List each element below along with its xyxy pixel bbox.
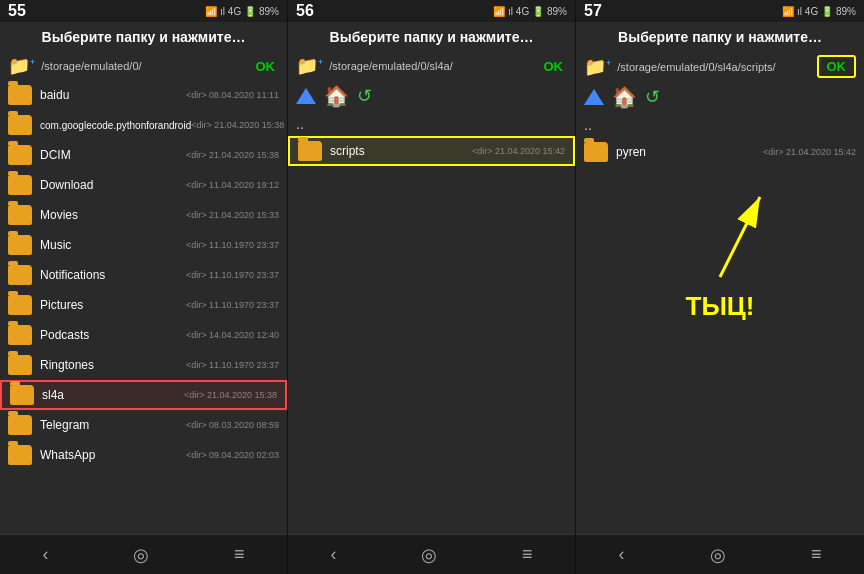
list-item[interactable]: Pictures <dir> 11.10.1970 23:37 <box>0 290 287 320</box>
back-button-1[interactable]: ‹ <box>42 544 48 565</box>
folder-icon <box>8 325 32 345</box>
up-arrow-btn-2[interactable] <box>296 88 316 104</box>
list-item[interactable]: baidu <dir> 08.04.2020 11:11 <box>0 80 287 110</box>
signal-icon-1: 📶 <box>205 6 217 17</box>
new-folder-btn-3[interactable]: 📁+ <box>584 56 611 78</box>
signal-icon-3: 📶 <box>782 6 794 17</box>
annotation-arrow-svg <box>660 187 780 287</box>
folder-name: pyren <box>616 145 763 159</box>
status-bar-1: 55 📶 ıl 4G 🔋 89% <box>0 0 287 22</box>
folder-icon <box>8 115 32 135</box>
folder-icon <box>8 355 32 375</box>
ok-button-1[interactable]: OK <box>252 59 280 74</box>
folder-icon <box>8 415 32 435</box>
folder-name: scripts <box>330 144 472 158</box>
folder-name: Movies <box>40 208 186 222</box>
dotdot-label-2: .. <box>296 116 304 132</box>
path-text-2: /storage/emulated/0/sl4a/ <box>329 60 539 72</box>
battery-icon-3: 🔋 89% <box>821 6 856 17</box>
nav-bar-1: ‹ ◎ ≡ <box>0 534 287 574</box>
folder-icon <box>8 205 32 225</box>
folder-meta: <dir> 11.04.2020 19:12 <box>186 180 279 190</box>
folder-list-2: scripts <dir> 21.04.2020 15:42 <box>288 136 575 534</box>
path-bar-1: 📁+ /storage/emulated/0/ OK <box>0 52 287 80</box>
list-item[interactable]: com.googlecode.pythonforandroid <dir> 21… <box>0 110 287 140</box>
dotdot-item-2[interactable]: .. <box>288 112 575 136</box>
list-item[interactable]: WhatsApp <dir> 09.04.2020 02:03 <box>0 440 287 470</box>
folder-icon <box>8 295 32 315</box>
path-text-3: /storage/emulated/0/sl4a/scripts/ <box>617 61 816 73</box>
folder-name: Notifications <box>40 268 186 282</box>
status-bar-2: 56 📶 ıl 4G 🔋 89% <box>288 0 575 22</box>
folder-icon <box>8 85 32 105</box>
home-icon-btn-3[interactable]: 🏠 <box>612 85 637 109</box>
step-number-2: 56 <box>296 2 314 20</box>
folder-icon <box>8 235 32 255</box>
folder-name: Pictures <box>40 298 186 312</box>
home-button-2[interactable]: ◎ <box>421 544 437 566</box>
lte-label-1: ıl 4G <box>220 6 241 17</box>
annotation-text: ТЫЦ! <box>586 291 854 322</box>
status-icons-1: 📶 ıl 4G 🔋 89% <box>205 6 279 17</box>
back-button-2[interactable]: ‹ <box>330 544 336 565</box>
folder-name: Ringtones <box>40 358 186 372</box>
dotdot-label-3: .. <box>584 117 592 133</box>
new-folder-btn-1[interactable]: 📁+ <box>8 55 35 77</box>
folder-name: sl4a <box>42 388 184 402</box>
header-title-2: Выберите папку и нажмите… <box>330 29 534 45</box>
svg-line-1 <box>720 197 760 277</box>
annotation-container: ТЫЦ! <box>576 167 864 342</box>
folder-meta: <dir> 21.04.2020 15:42 <box>472 146 565 156</box>
folder-name: Telegram <box>40 418 186 432</box>
folder-list-1: baidu <dir> 08.04.2020 11:11 com.googlec… <box>0 80 287 534</box>
folder-icon <box>8 175 32 195</box>
folder-meta: <dir> 11.10.1970 23:37 <box>186 240 279 250</box>
phone-panel-2: 56 📶 ıl 4G 🔋 89% Выберите папку и нажмит… <box>288 0 576 574</box>
menu-button-1[interactable]: ≡ <box>234 544 245 565</box>
folder-meta: <dir> 11.10.1970 23:37 <box>186 360 279 370</box>
folder-name: Download <box>40 178 186 192</box>
list-item[interactable]: Telegram <dir> 08.03.2020 08:59 <box>0 410 287 440</box>
header-title-3: Выберите папку и нажмите… <box>618 29 822 45</box>
list-item[interactable]: Notifications <dir> 11.10.1970 23:37 <box>0 260 287 290</box>
list-item-sl4a[interactable]: sl4a <dir> 21.04.2020 15:38 <box>0 380 287 410</box>
folder-icon <box>298 141 322 161</box>
path-bar-3: 📁+ /storage/emulated/0/sl4a/scripts/ OK <box>576 52 864 81</box>
folder-meta: <dir> 09.04.2020 02:03 <box>186 450 279 460</box>
list-item[interactable]: Music <dir> 11.10.1970 23:37 <box>0 230 287 260</box>
list-item[interactable]: Movies <dir> 21.04.2020 15:33 <box>0 200 287 230</box>
dotdot-item-3[interactable]: .. <box>576 113 864 137</box>
folder-name: com.googlecode.pythonforandroid <box>40 120 191 131</box>
nav-arrows-3: 🏠 ↺ <box>576 81 864 113</box>
folder-name: WhatsApp <box>40 448 186 462</box>
nav-bar-2: ‹ ◎ ≡ <box>288 534 575 574</box>
ok-button-3[interactable]: OK <box>817 55 857 78</box>
ok-button-2[interactable]: OK <box>540 59 568 74</box>
refresh-icon-btn-3[interactable]: ↺ <box>645 86 660 108</box>
folder-icon <box>8 265 32 285</box>
list-item-pyren[interactable]: pyren <dir> 21.04.2020 15:42 <box>576 137 864 167</box>
home-icon-btn-2[interactable]: 🏠 <box>324 84 349 108</box>
folder-name: Podcasts <box>40 328 186 342</box>
up-arrow-btn-3[interactable] <box>584 89 604 105</box>
path-text-1: /storage/emulated/0/ <box>41 60 251 72</box>
new-folder-btn-2[interactable]: 📁+ <box>296 55 323 77</box>
back-button-3[interactable]: ‹ <box>619 544 625 565</box>
home-button-1[interactable]: ◎ <box>133 544 149 566</box>
list-item[interactable]: DCIM <dir> 21.04.2020 15:38 <box>0 140 287 170</box>
step-number-1: 55 <box>8 2 26 20</box>
list-item[interactable]: Download <dir> 11.04.2020 19:12 <box>0 170 287 200</box>
list-item[interactable]: Podcasts <dir> 14.04.2020 12:40 <box>0 320 287 350</box>
home-button-3[interactable]: ◎ <box>710 544 726 566</box>
folder-meta: <dir> 08.04.2020 11:11 <box>186 90 279 100</box>
menu-button-3[interactable]: ≡ <box>811 544 822 565</box>
status-icons-2: 📶 ıl 4G 🔋 89% <box>493 6 567 17</box>
list-item-scripts[interactable]: scripts <dir> 21.04.2020 15:42 <box>288 136 575 166</box>
header-2: Выберите папку и нажмите… <box>288 22 575 52</box>
folder-icon <box>8 445 32 465</box>
nav-bar-3: ‹ ◎ ≡ <box>576 534 864 574</box>
refresh-icon-btn-2[interactable]: ↺ <box>357 85 372 107</box>
folder-name: baidu <box>40 88 186 102</box>
list-item[interactable]: Ringtones <dir> 11.10.1970 23:37 <box>0 350 287 380</box>
menu-button-2[interactable]: ≡ <box>522 544 533 565</box>
